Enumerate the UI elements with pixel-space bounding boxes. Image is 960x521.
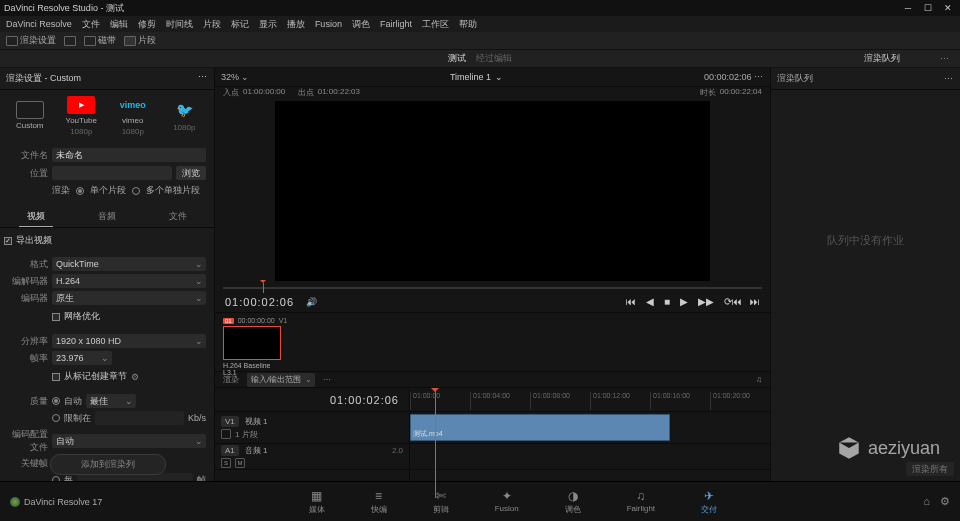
render-all-button[interactable]: 渲染所有 [906, 462, 954, 476]
viewer-options-icon[interactable]: ⋯ [754, 72, 764, 82]
timeline-clip[interactable]: 测试.mp4 [410, 414, 670, 441]
location-input[interactable] [52, 166, 172, 180]
menu-帮助[interactable]: 帮助 [459, 18, 477, 31]
render-settings-panel: 渲染设置 - Custom ⋯ CustomYouTube1080pvimeov… [0, 68, 215, 498]
project-settings-icon[interactable]: ⚙ [940, 495, 950, 508]
timeline-toolbar: 渲染 输入/输出范围 ⋯ ♫ [215, 372, 770, 388]
page-交付[interactable]: ✈交付 [693, 487, 725, 517]
close-button[interactable]: ✕ [940, 3, 956, 13]
quality-limit-radio[interactable] [52, 414, 60, 422]
preset-YouTube[interactable]: YouTube1080p [56, 96, 108, 136]
menu-播放[interactable]: 播放 [287, 18, 305, 31]
menu-修剪[interactable]: 修剪 [138, 18, 156, 31]
menu-调色[interactable]: 调色 [352, 18, 370, 31]
menu-片段[interactable]: 片段 [203, 18, 221, 31]
step-back-icon[interactable]: ◀ [646, 296, 654, 307]
page-Fusion[interactable]: ✦Fusion [487, 487, 527, 517]
chevron-down-icon: ⌄ [241, 72, 249, 82]
prev-edit-icon[interactable]: ⏮ [732, 296, 742, 307]
browse-button[interactable]: 浏览 [176, 166, 206, 180]
page-快编[interactable]: ≡快编 [363, 487, 395, 517]
track-header-a1[interactable]: A1音频 12.0 S M [215, 444, 409, 470]
track-lane-v1[interactable]: 测试.mp4 [410, 412, 770, 444]
preset-vimeo[interactable]: vimeovimeo1080p [107, 96, 159, 136]
encoder-select[interactable]: 原生 [52, 291, 206, 305]
tab-audio[interactable]: 音频 [90, 207, 124, 227]
stop-icon[interactable]: ■ [664, 296, 670, 307]
clip-thumbnail[interactable] [223, 326, 281, 360]
page-调色[interactable]: ◑调色 [557, 487, 589, 517]
panel-toggle-4[interactable]: 片段 [124, 34, 156, 47]
page-媒体[interactable]: ▦媒体 [301, 487, 333, 517]
menu-工作区[interactable]: 工作区 [422, 18, 449, 31]
render-queue-toggle[interactable]: 渲染队列 [864, 52, 900, 65]
render-queue-panel: 渲染队列 ⋯ 队列中没有作业 渲染所有 [770, 68, 960, 498]
window-titlebar: DaVinci Resolve Studio - 测试 ─ ☐ ✕ [0, 0, 960, 16]
page-剪辑[interactable]: ✄剪辑 [425, 487, 457, 517]
track-header-v1[interactable]: V1视频 1 1 片段 [215, 412, 409, 444]
playhead[interactable] [435, 388, 436, 498]
goto-start-icon[interactable]: ⏮ [626, 296, 636, 307]
menu-编辑[interactable]: 编辑 [110, 18, 128, 31]
multi-clip-radio[interactable] [132, 187, 140, 195]
menu-时间线[interactable]: 时间线 [166, 18, 193, 31]
track-v1-toggle[interactable] [221, 429, 231, 439]
center-area: 32% ⌄ Timeline 1 ⌄ 00:00:02:06 ⋯ 入点01:00… [215, 68, 770, 498]
track-a1-mute[interactable]: M [235, 458, 245, 468]
loop-icon[interactable]: ⟳ [724, 296, 732, 307]
add-to-queue-button[interactable]: 添加到渲染列 [50, 454, 166, 475]
fps-select[interactable]: 23.976 [52, 351, 112, 365]
minimize-button[interactable]: ─ [900, 3, 916, 13]
preset-Custom[interactable]: Custom [4, 101, 56, 132]
maximize-button[interactable]: ☐ [920, 3, 936, 13]
render-queue-options-icon[interactable]: ⋯ [944, 74, 954, 84]
menu-显示[interactable]: 显示 [259, 18, 277, 31]
clip-item[interactable]: 0100:00:00:00V1 H.264 Baseline L3.1 [223, 317, 283, 376]
tl-toolbar-options-icon[interactable]: ⋯ [323, 375, 332, 384]
viewer-scrubber[interactable] [223, 283, 762, 292]
single-clip-radio[interactable] [76, 187, 84, 195]
export-video-check[interactable] [4, 237, 12, 245]
format-select[interactable]: QuickTime [52, 257, 206, 271]
codec-select[interactable]: H.264 [52, 274, 206, 288]
menu-DaVinci Resolve[interactable]: DaVinci Resolve [6, 19, 72, 29]
quality-best-select[interactable]: 最佳 [86, 394, 136, 408]
preset-twitter[interactable]: 🐦1080p [159, 101, 211, 132]
play-icon[interactable]: ▶ [680, 296, 688, 307]
panel-toggle-3[interactable]: 磁带 [84, 34, 116, 47]
panel-options-icon[interactable]: ⋯ [198, 72, 208, 85]
filename-label: 文件名 [8, 149, 48, 162]
render-range-select[interactable]: 输入/输出范围 [247, 373, 315, 387]
mute-icon[interactable]: 🔊 [306, 297, 317, 307]
chapter-check[interactable] [52, 373, 60, 381]
filename-input[interactable] [52, 148, 206, 162]
panel-toggle-2[interactable] [64, 36, 76, 46]
transport-timecode: 01:00:02:06 [225, 296, 294, 308]
track-lane-a1[interactable] [410, 444, 770, 470]
track-a1-solo[interactable]: S [221, 458, 231, 468]
menu-文件[interactable]: 文件 [82, 18, 100, 31]
step-fwd-icon[interactable]: ▶▶ [698, 296, 714, 307]
resolution-select[interactable]: 1920 x 1080 HD [52, 334, 206, 348]
panel-toggle-1[interactable]: 渲染设置 [6, 34, 56, 47]
page-Fairlight[interactable]: ♫Fairlight [619, 487, 663, 517]
profile-select[interactable]: 自动 [52, 434, 206, 448]
quality-auto-radio[interactable] [52, 397, 60, 405]
menu-Fusion[interactable]: Fusion [315, 19, 342, 29]
home-icon[interactable]: ⌂ [923, 495, 930, 508]
tl-audio-icon[interactable]: ♫ [756, 375, 762, 384]
next-edit-icon[interactable]: ⏭ [750, 296, 760, 307]
timeline-name[interactable]: Timeline 1 ⌄ [450, 72, 503, 82]
viewer-canvas[interactable] [275, 101, 710, 281]
project-name: 测试 [448, 52, 466, 65]
timeline-ruler[interactable]: 01:00:0001:00:04:0001:00:08:0001:00:12:0… [410, 388, 770, 412]
tab-file[interactable]: 文件 [161, 207, 195, 227]
menu-Fairlight[interactable]: Fairlight [380, 19, 412, 29]
menu-标记[interactable]: 标记 [231, 18, 249, 31]
tab-video[interactable]: 视频 [19, 207, 53, 227]
netopt-check[interactable] [52, 313, 60, 321]
bitrate-input[interactable] [95, 411, 184, 425]
tabbar-options-icon[interactable]: ⋯ [940, 54, 950, 64]
zoom-select[interactable]: 32% ⌄ [221, 72, 249, 82]
chapter-settings-icon[interactable]: ⚙ [131, 372, 139, 382]
